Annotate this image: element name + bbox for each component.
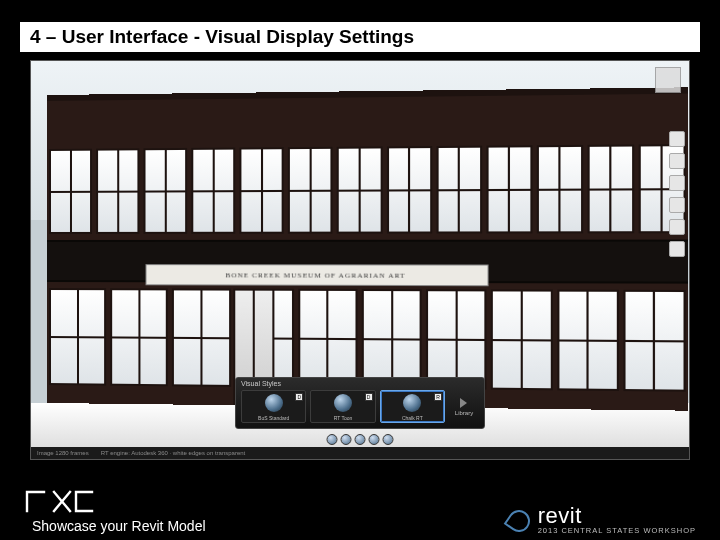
zoom-icon[interactable] <box>669 197 685 213</box>
visual-styles-panel-title: Visual Styles <box>236 378 484 387</box>
storefront-window <box>49 288 106 385</box>
app-screenshot: BONE CREEK MUSEUM OF AGRARIAN ART <box>30 60 690 460</box>
building-model: BONE CREEK MUSEUM OF AGRARIAN ART <box>47 87 688 410</box>
storefront-window <box>298 289 358 388</box>
slide-footer: Showcase your Revit Model revit 2013 CEN… <box>0 470 720 540</box>
window <box>587 145 634 233</box>
storefront-window <box>172 289 230 387</box>
visual-styles-panel[interactable]: Visual Styles D BoS Standard D RT Toon R… <box>235 377 485 429</box>
slide-title-sep: - <box>188 26 205 48</box>
revit-wordmark: revit <box>538 505 582 527</box>
presenter-logo <box>24 488 96 514</box>
visual-style-option[interactable]: D RT Toon <box>310 390 375 423</box>
sphere-icon <box>265 394 283 412</box>
settings-icon[interactable] <box>669 241 685 257</box>
window <box>191 148 235 234</box>
visual-style-option-selected[interactable]: R Chalk RT <box>380 390 445 423</box>
storefront-window <box>491 290 552 391</box>
window <box>96 149 139 234</box>
render-preset-icons <box>327 434 394 445</box>
window <box>537 145 583 233</box>
window <box>486 146 532 234</box>
render-preset-icon[interactable] <box>383 434 394 445</box>
visual-styles-row: D BoS Standard D RT Toon R Chalk RT Libr… <box>236 387 484 428</box>
revit-subtitle: 2013 CENTRAL STATES WORKSHOP <box>538 527 696 535</box>
footer-caption: Showcase your Revit Model <box>32 518 206 534</box>
visual-styles-library-label: Library <box>455 410 473 416</box>
window <box>49 149 92 234</box>
visual-style-label: BoS Standard <box>258 415 289 422</box>
viewport-tool-strip <box>669 131 685 257</box>
view-cube[interactable] <box>655 67 681 93</box>
window <box>386 146 431 233</box>
status-center: RT engine: Autodesk 360 · white edges on… <box>101 450 246 456</box>
style-badge: D <box>295 393 303 401</box>
style-badge: D <box>365 393 373 401</box>
window <box>337 147 382 234</box>
window <box>240 147 284 233</box>
chevron-right-icon <box>460 398 467 408</box>
storefront-window <box>426 289 487 389</box>
slide-title-bar: 4 – User Interface - Visual Display Sett… <box>20 22 700 52</box>
render-preset-icon[interactable] <box>327 434 338 445</box>
orbit-icon[interactable] <box>669 153 685 169</box>
render-preset-icon[interactable] <box>355 434 366 445</box>
building-sign: BONE CREEK MUSEUM OF AGRARIAN ART <box>145 264 489 286</box>
rbc-logo-icon <box>24 488 96 514</box>
storefront-window <box>623 290 686 392</box>
storefront-window <box>362 289 422 389</box>
building-facade: BONE CREEK MUSEUM OF AGRARIAN ART <box>47 87 688 410</box>
render-preset-icon[interactable] <box>341 434 352 445</box>
slide-title-topic: Visual Display Settings <box>205 26 414 48</box>
visual-styles-library[interactable]: Library <box>449 390 479 423</box>
slide-title-section: 4 – User Interface <box>30 26 188 48</box>
visual-style-option[interactable]: D BoS Standard <box>241 390 306 423</box>
window <box>436 146 482 233</box>
visual-style-label: Chalk RT <box>402 415 423 422</box>
look-icon[interactable] <box>669 219 685 235</box>
revit-workshop-logo: revit 2013 CENTRAL STATES WORKSHOP <box>508 505 696 535</box>
home-icon[interactable] <box>669 131 685 147</box>
window <box>144 148 188 234</box>
window <box>288 147 333 233</box>
sphere-icon <box>403 394 421 412</box>
render-preset-icon[interactable] <box>369 434 380 445</box>
visual-style-label: RT Toon <box>334 415 353 422</box>
status-left: Image 1280 frames <box>37 450 89 456</box>
upper-window-band <box>47 144 688 234</box>
revit-swirl-icon <box>503 506 534 537</box>
viewport-status-bar: Image 1280 frames RT engine: Autodesk 36… <box>31 447 689 459</box>
storefront-window <box>557 290 619 391</box>
style-badge: R <box>434 393 442 401</box>
sphere-icon <box>334 394 352 412</box>
pan-icon[interactable] <box>669 175 685 191</box>
storefront-window <box>110 288 168 386</box>
